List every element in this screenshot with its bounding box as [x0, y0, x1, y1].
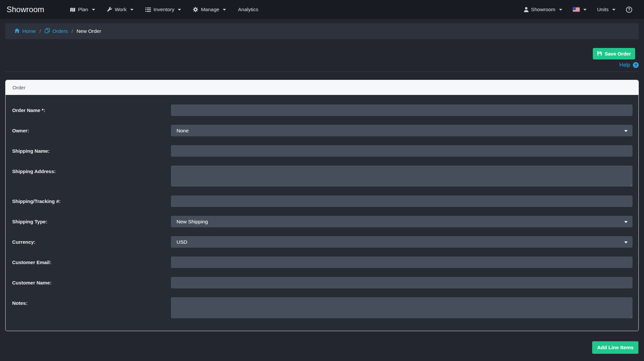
user-menu-label: Showroom: [531, 7, 555, 12]
field-control: [171, 277, 633, 288]
units-label: Units: [597, 7, 609, 12]
field-label: Shipping Name:: [12, 145, 171, 154]
menu-label: Manage: [201, 7, 219, 12]
form-row: Owner:None: [12, 125, 633, 136]
divider: [5, 72, 639, 72]
add-line-items-button[interactable]: Add Line Items: [592, 341, 638, 354]
chevron-down-icon: [130, 9, 134, 11]
save-icon: [597, 51, 602, 57]
brand-title[interactable]: Showroom: [7, 5, 44, 14]
menu-label: Analytics: [238, 7, 258, 12]
menu-label: Work: [115, 7, 127, 12]
chevron-down-icon: [92, 9, 95, 11]
panel-title: Order: [12, 85, 26, 91]
field-label: Shipping/Tracking #:: [12, 195, 171, 204]
form-row: Shipping Address:: [12, 166, 633, 187]
list-icon: [145, 7, 151, 12]
wrench-icon: [107, 7, 112, 12]
breadcrumb-label: Orders: [52, 28, 68, 34]
gear-icon: [193, 7, 198, 12]
breadcrumb-orders[interactable]: Orders: [45, 28, 68, 34]
field-label: Owner:: [12, 125, 171, 133]
form-row: Customer Email:: [12, 257, 633, 268]
field-control: USD: [171, 236, 633, 248]
top-navbar: Showroom Plan Work Inventory: [0, 0, 644, 19]
us-flag-icon: [573, 7, 580, 12]
chevron-down-icon: [223, 9, 226, 11]
form-row: Currency:USD: [12, 236, 633, 248]
chevron-down-icon: [559, 9, 562, 11]
field-control: [171, 145, 633, 157]
field-control: [171, 166, 633, 187]
form-row: Shipping Type:New Shipping: [12, 216, 633, 227]
chevron-down-icon: [612, 9, 615, 11]
user-menu[interactable]: Showroom: [519, 0, 568, 19]
breadcrumb-home[interactable]: Home: [14, 28, 36, 34]
form-row: Notes:: [12, 297, 633, 318]
field-label: Currency:: [12, 236, 171, 245]
shipping-type-select[interactable]: New Shipping: [171, 216, 633, 227]
menu-analytics[interactable]: Analytics: [232, 0, 264, 19]
order-form: Order Name *:Owner:NoneShipping Name:Shi…: [6, 95, 638, 331]
menu-label: Inventory: [154, 7, 175, 12]
form-row: Customer Name:: [12, 277, 633, 288]
shipping-name-input[interactable]: [171, 145, 633, 157]
breadcrumb-current: New Order: [76, 28, 101, 34]
help-question-icon: ?: [633, 62, 639, 68]
chevron-down-icon: [583, 9, 587, 11]
menu-manage[interactable]: Manage: [187, 0, 232, 19]
field-label: Shipping Type:: [12, 216, 171, 224]
menu-inventory[interactable]: Inventory: [139, 0, 187, 19]
panel-header: Order: [6, 80, 638, 95]
field-control: [171, 297, 633, 318]
field-control: [171, 104, 633, 116]
map-icon: [70, 7, 75, 12]
owner-select[interactable]: None: [171, 125, 633, 136]
home-icon: [14, 28, 20, 34]
units-menu[interactable]: Units: [592, 0, 621, 19]
breadcrumb-separator: /: [39, 28, 41, 34]
orders-icon: [45, 28, 50, 34]
field-label: Order Name *:: [12, 104, 171, 113]
navbar-right: Showroom Units ?: [519, 0, 637, 19]
currency-select[interactable]: USD: [171, 236, 633, 248]
notes-textarea[interactable]: [171, 297, 633, 318]
navbar-help[interactable]: ?: [621, 0, 637, 19]
main-menu: Plan Work Inventory: [64, 0, 264, 19]
question-circle-icon: ?: [626, 7, 632, 13]
field-control: [171, 257, 633, 268]
field-label: Customer Name:: [12, 277, 171, 285]
footer-actions: Add Line Items: [6, 341, 638, 354]
order-name-input[interactable]: [171, 104, 633, 116]
field-label: Customer Email:: [12, 257, 171, 265]
shipping-address-textarea[interactable]: [171, 166, 633, 187]
save-row: Save Order: [9, 48, 635, 59]
save-order-button[interactable]: Save Order: [593, 48, 635, 59]
save-order-label: Save Order: [605, 51, 631, 56]
breadcrumb-label: Home: [22, 28, 36, 34]
help-link[interactable]: Help ?: [5, 62, 639, 68]
customer-email-input[interactable]: [171, 257, 633, 268]
menu-work[interactable]: Work: [101, 0, 139, 19]
breadcrumb-separator: /: [72, 28, 73, 34]
customer-name-input[interactable]: [171, 277, 633, 288]
form-row: Shipping/Tracking #:: [12, 195, 633, 207]
chevron-down-icon: [178, 9, 181, 11]
field-control: New Shipping: [171, 216, 633, 227]
language-menu[interactable]: [568, 0, 592, 19]
form-row: Shipping Name:: [12, 145, 633, 157]
menu-plan[interactable]: Plan: [64, 0, 101, 19]
order-panel: Order Order Name *:Owner:NoneShipping Na…: [5, 80, 639, 331]
field-label: Shipping Address:: [12, 166, 171, 174]
add-line-items-label: Add Line Items: [597, 345, 634, 350]
field-control: [171, 195, 633, 207]
shipping-tracking-input[interactable]: [171, 195, 633, 207]
form-row: Order Name *:: [12, 104, 633, 116]
breadcrumb: Home / Orders / New Order: [5, 23, 639, 39]
menu-label: Plan: [78, 7, 88, 12]
field-label: Notes:: [12, 297, 171, 306]
help-label: Help: [619, 62, 630, 68]
user-icon: [524, 7, 529, 12]
field-control: None: [171, 125, 633, 136]
